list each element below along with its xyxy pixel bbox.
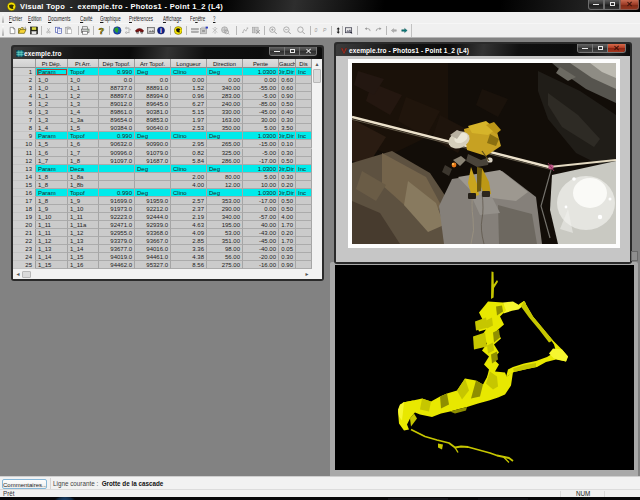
svg-text:P: P	[323, 28, 327, 33]
svg-text:i: i	[160, 27, 162, 34]
svg-text:0: 0	[314, 28, 317, 33]
svg-text:?: ?	[98, 26, 104, 35]
